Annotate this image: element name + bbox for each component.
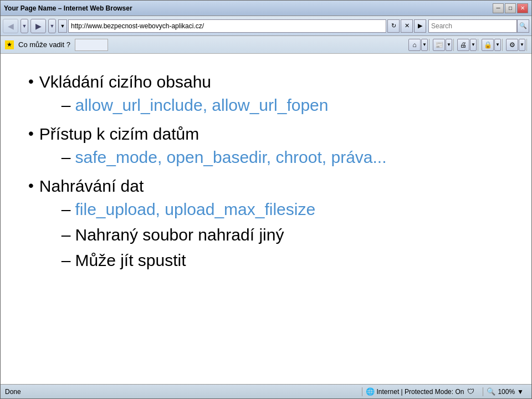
address-dropdown[interactable]: ▼ — [58, 19, 67, 33]
bullet-2: • — [28, 122, 34, 144]
maximize-button[interactable]: □ — [505, 3, 516, 13]
dash-1-1: – — [62, 94, 71, 117]
item-3-content: Nahrávání dat – file_upload, upload_max_… — [39, 175, 315, 274]
rss-icon[interactable]: 📰 — [433, 39, 445, 51]
nav-bar: ◀ ▼ ▶ ▼ ▼ ↻ ✕ ▶ 🔍 — [1, 16, 531, 36]
subitem-3-1-text: file_upload, upload_max_filesize — [75, 198, 316, 221]
list-item-3: • Nahrávání dat – file_upload, upload_ma… — [28, 175, 504, 274]
browser-window: Your Page Name – Internet Web Browser ─ … — [0, 0, 532, 399]
print-dropdown[interactable]: ▼ — [470, 39, 477, 51]
security-text: Internet | Protected Mode: On — [377, 388, 464, 396]
stop-icon[interactable]: ✕ — [401, 19, 413, 33]
refresh-icon[interactable]: ↻ — [387, 19, 400, 33]
window-title: Your Page Name – Internet Web Browser — [4, 4, 489, 12]
subitem-3-3: – Může jít spustit — [62, 249, 315, 272]
status-text: Done — [5, 388, 32, 396]
zoom-dropdown-icon[interactable]: ▼ — [517, 388, 524, 396]
print-icon[interactable]: 🖨 — [457, 39, 469, 51]
subitem-2-1: – safe_mode, open_basedir, chroot, práva… — [62, 146, 387, 169]
back-dropdown[interactable]: ▼ — [21, 19, 28, 33]
zoom-level: 100% — [498, 388, 515, 396]
bookmarks-bar: ★ Co může vadit ? ⌂ ▼ 📰 ▼ 🖨 ▼ 🔒 ▼ ⚙ ▼ — [1, 36, 531, 54]
search-button[interactable]: 🔍 — [517, 19, 529, 33]
forward-button[interactable]: ▶ — [30, 19, 46, 33]
back-button[interactable]: ◀ — [3, 19, 18, 33]
forward-dropdown[interactable]: ▼ — [48, 19, 56, 33]
list-item-2: • Přístup k cizím datům – safe_mode, ope… — [28, 122, 504, 171]
bullet-1: • — [28, 70, 34, 92]
window-controls: ─ □ ✕ — [493, 3, 528, 13]
subitem-3-2-text: Nahraný soubor nahradí jiný — [75, 223, 284, 247]
settings-icon[interactable]: ⚙ — [506, 39, 518, 51]
item-2-sublist: – safe_mode, open_basedir, chroot, práva… — [62, 146, 387, 169]
minimize-button[interactable]: ─ — [493, 3, 504, 13]
subitem-3-2: – Nahraný soubor nahradí jiný — [62, 223, 315, 247]
globe-icon: 🌐 — [366, 387, 375, 396]
item-3-sublist: – file_upload, upload_max_filesize – Nah… — [62, 198, 315, 272]
zoom-section[interactable]: 🔍 100% ▼ — [483, 387, 527, 396]
bullet-3: • — [28, 175, 34, 196]
subitem-3-3-text: Může jít spustit — [75, 249, 186, 272]
rss-dropdown[interactable]: ▼ — [446, 39, 452, 51]
subitem-1-1: – allow_url_include, allow_url_fopen — [62, 94, 329, 117]
subitem-2-1-text: safe_mode, open_basedir, chroot, práva..… — [75, 146, 387, 169]
icon-group-rss: 📰 ▼ — [432, 39, 454, 51]
item-3-text: Nahrávání dat — [39, 177, 144, 195]
content-area: • Vkládání cizího obsahu – allow_url_inc… — [1, 54, 531, 384]
item-2-content: Přístup k cizím datům – safe_mode, open_… — [39, 122, 387, 171]
search-container: 🔍 — [428, 19, 529, 33]
status-right: 🌐 Internet | Protected Mode: On 🛡 🔍 100%… — [362, 387, 527, 396]
favicon-icon: ★ — [5, 40, 14, 49]
dash-3-3: – — [62, 249, 71, 272]
search-input[interactable] — [428, 19, 517, 33]
item-1-text: Vkládání cizího obsahu — [39, 73, 211, 91]
subitem-1-1-text: allow_url_include, allow_url_fopen — [75, 94, 329, 117]
item-2-text: Přístup k cizím datům — [39, 125, 199, 143]
icon-group-settings: ⚙ ▼ — [505, 39, 527, 51]
shield-icon: 🛡 — [466, 387, 475, 396]
icon-group-print: 🖨 ▼ — [456, 39, 478, 51]
close-button[interactable]: ✕ — [517, 3, 528, 13]
security-status: 🌐 Internet | Protected Mode: On 🛡 — [362, 387, 479, 396]
security-icon[interactable]: 🔒 — [482, 39, 494, 51]
dash-3-1: – — [62, 198, 71, 221]
content-list: • Vkládání cizího obsahu – allow_url_inc… — [28, 70, 504, 278]
bookmark-input-box[interactable] — [75, 39, 108, 51]
list-item-1: • Vkládání cizího obsahu – allow_url_inc… — [28, 70, 504, 119]
dash-3-2: – — [62, 223, 71, 247]
zoom-icon: 🔍 — [487, 387, 495, 396]
toolbar-icons: ⌂ ▼ 📰 ▼ 🖨 ▼ 🔒 ▼ ⚙ ▼ — [407, 39, 527, 51]
go-button[interactable]: ▶ — [414, 19, 426, 33]
home-dropdown[interactable]: ▼ — [421, 39, 428, 51]
settings-dropdown[interactable]: ▼ — [519, 39, 525, 51]
title-bar: Your Page Name – Internet Web Browser ─ … — [1, 1, 531, 16]
item-1-sublist: – allow_url_include, allow_url_fopen — [62, 94, 329, 117]
address-bar-container: ▼ ↻ ✕ ▶ — [58, 19, 426, 33]
bookmark-title[interactable]: Co může vadit ? — [18, 40, 70, 49]
status-bar: Done 🌐 Internet | Protected Mode: On 🛡 🔍… — [1, 384, 531, 398]
home-icon[interactable]: ⌂ — [408, 39, 421, 51]
icon-group-security: 🔒 ▼ — [480, 39, 503, 51]
icon-group-home: ⌂ ▼ — [407, 39, 429, 51]
subitem-3-1: – file_upload, upload_max_filesize — [62, 198, 315, 221]
item-1-content: Vkládání cizího obsahu – allow_url_inclu… — [39, 70, 329, 119]
address-bar[interactable] — [68, 19, 386, 33]
security-dropdown[interactable]: ▼ — [494, 39, 501, 51]
dash-2-1: – — [62, 146, 71, 169]
